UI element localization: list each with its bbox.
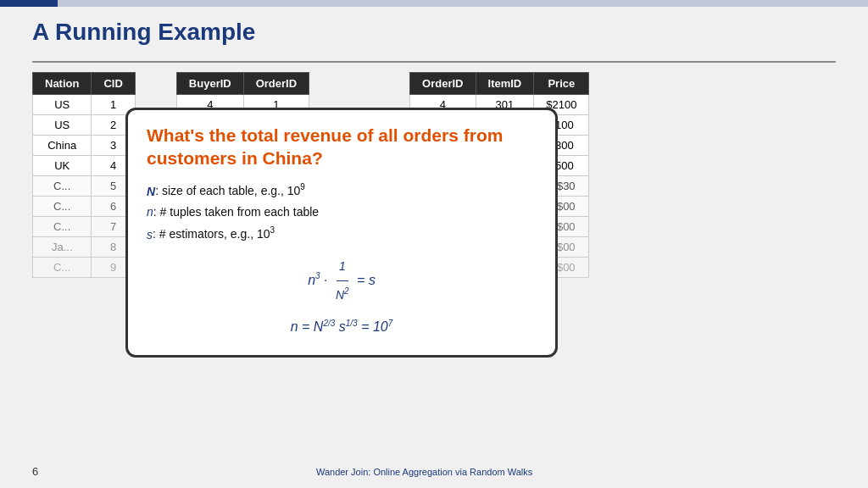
popup-box: What's the total revenue of all orders f… (125, 108, 558, 358)
footer-text: Wander Join: Online Aggregation via Rand… (316, 467, 532, 477)
var-n: n (147, 205, 153, 219)
math-line-1: n3 · 1 N2 = s (147, 253, 537, 308)
title-divider (32, 61, 836, 63)
notation-line-2: n: # tuples taken from each table (147, 202, 537, 223)
table1-header-nation: Nation (33, 73, 92, 95)
table-row partial-row: C...9 (33, 258, 136, 278)
table1: Nation CID US1 US2 China3 UK4 C...5 C...… (32, 72, 136, 278)
top-bar (0, 0, 868, 7)
page-number: 6 (32, 465, 38, 478)
table3-header-price: Price (534, 73, 589, 95)
notation-line-3: s: # estimators, e.g., 103 (147, 224, 537, 246)
tables-section: Nation CID US1 US2 China3 UK4 C...5 C...… (32, 72, 836, 278)
table-row partial-row: C...6 (33, 197, 136, 217)
table-row partial-row: Ja...8 (33, 237, 136, 258)
table-row: China3 (33, 136, 136, 156)
table1-wrapper: Nation CID US1 US2 China3 UK4 C...5 C...… (32, 72, 136, 278)
var-s: s (147, 227, 153, 241)
table-row partial-row: C...7 (33, 217, 136, 237)
var-N: N (147, 184, 155, 197)
math-line-2: n = N2/3 s1/3 = 107 (147, 312, 537, 341)
slide-title: A Running Example (32, 19, 255, 46)
table-row: US2 (33, 115, 136, 136)
table2-header-orderid: OrderID (243, 73, 309, 95)
footer: 6 Wander Join: Online Aggregation via Ra… (0, 465, 868, 478)
notation-line-1: N: size of each table, e.g., 109 (147, 180, 537, 202)
content-area: Nation CID US1 US2 China3 UK4 C...5 C...… (32, 72, 836, 454)
table3-header-itemid: ItemID (476, 73, 534, 95)
table-row: UK4 (33, 156, 136, 176)
blue-accent (0, 0, 58, 7)
popup-notation: N: size of each table, e.g., 109 n: # tu… (147, 180, 537, 246)
table1-header-cid: CID (92, 73, 135, 95)
popup-question: What's the total revenue of all orders f… (147, 124, 537, 170)
table2-header-buyerid: BuyerID (176, 73, 243, 95)
math-block: n3 · 1 N2 = s n = N2/3 s1/3 = 107 (147, 253, 537, 341)
table3-header-orderid: OrderID (410, 73, 476, 95)
table-row partial-row: C...5 (33, 176, 136, 197)
math-fraction: 1 N2 (333, 253, 352, 308)
table-row: US1 (33, 95, 136, 115)
